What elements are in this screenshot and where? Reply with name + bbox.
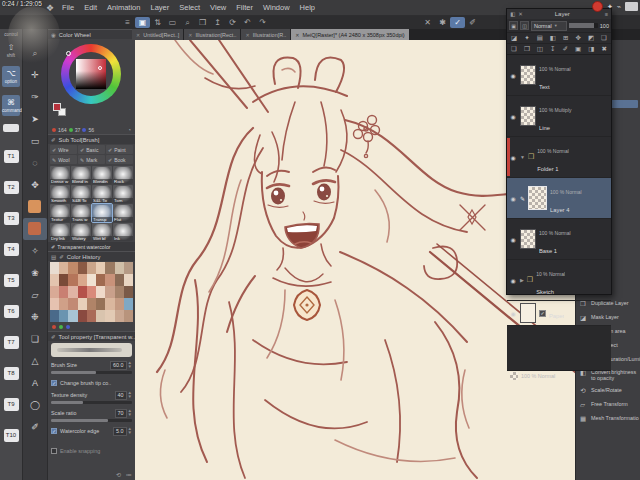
t-key[interactable]: T2 — [4, 181, 19, 194]
stepper-icon[interactable]: ▲▼ — [128, 427, 132, 436]
color-swatch[interactable] — [124, 262, 133, 274]
color-swatch[interactable] — [124, 286, 133, 298]
sub-tool-group-tab[interactable]: ✐ Paint — [106, 145, 133, 154]
color-swatch[interactable] — [78, 310, 87, 322]
brush-cell[interactable]: Smooth — [50, 185, 70, 203]
color-swatch[interactable] — [105, 286, 114, 298]
tool-button[interactable]: ▱ — [23, 284, 47, 306]
color-swatch[interactable] — [78, 274, 87, 286]
chevron-right-icon[interactable]: ▶ — [520, 277, 524, 283]
key-command[interactable]: ⌘ command — [2, 95, 20, 116]
layer-row[interactable]: ◉ 100 % Multiply Line — [507, 96, 611, 137]
t-key[interactable]: T6 — [4, 305, 19, 318]
color-swatch[interactable] — [96, 286, 105, 298]
color-swatch[interactable] — [115, 286, 124, 298]
color-history-header[interactable]: ▤ ✐ Color History — [48, 251, 135, 261]
color-swatch[interactable] — [96, 310, 105, 322]
main-menu-icon[interactable]: ≡ — [120, 17, 135, 28]
color-swatch[interactable] — [50, 262, 59, 274]
color-swatch[interactable] — [96, 262, 105, 274]
chevron-down-icon[interactable]: ▼ — [520, 154, 525, 160]
new-folder-icon[interactable]: ❒ — [524, 45, 530, 53]
layer-thumbnail[interactable] — [520, 229, 536, 249]
canvas-tab[interactable]: ✕ Illustration[R.. — [241, 29, 290, 40]
pen-settings-icon[interactable]: ✐ — [465, 17, 480, 28]
layer-row[interactable]: ◉ 100 % Normal Text — [507, 55, 611, 96]
clear-icon[interactable]: ✕ — [420, 17, 435, 28]
menu-help[interactable]: Help — [300, 3, 315, 12]
enable-snapping-row[interactable]: Enable snapping — [48, 445, 135, 457]
palette-icon[interactable]: ▣ — [509, 21, 518, 30]
sub-tool-group-tab[interactable]: ✐ Wire — [50, 145, 77, 154]
color-swatch[interactable] — [59, 310, 68, 322]
menu-filter[interactable]: Filter — [236, 3, 253, 12]
duplicate-icon[interactable]: ◫ — [537, 45, 543, 53]
color-swatch[interactable] — [78, 262, 87, 274]
export-icon[interactable]: ↥ — [210, 17, 225, 28]
tool-button[interactable]: ➤ — [23, 108, 47, 130]
brush-cell[interactable]: Trans w — [71, 204, 91, 222]
tool-button[interactable]: ❏ — [23, 328, 47, 350]
tool-button[interactable]: ◯ — [23, 394, 47, 416]
color-swatch[interactable] — [59, 286, 68, 298]
foreground-color-chip[interactable] — [53, 103, 61, 111]
stepper-icon[interactable]: ▲▼ — [128, 409, 132, 418]
color-swatch[interactable] — [124, 298, 133, 310]
blend-mode-select[interactable]: Normal ▼ — [531, 21, 567, 31]
tool-button[interactable]: ✥ — [23, 174, 47, 196]
layer-row[interactable]: ◉ 100 % Normal Base 1 — [507, 219, 611, 260]
stepper-icon[interactable]: ▲▼ — [128, 361, 132, 370]
layer-row[interactable]: ◉ ✓ Paper — [507, 301, 611, 326]
color-swatch[interactable] — [50, 286, 59, 298]
close-icon[interactable]: ✕ — [188, 32, 192, 38]
texture-density-slider[interactable] — [51, 401, 132, 404]
opacity-slider[interactable] — [569, 23, 598, 28]
border-icon[interactable]: ◧ — [550, 34, 556, 42]
tone-icon[interactable]: ▤ — [537, 34, 543, 42]
sub-tool-header[interactable]: ✐ Sub Tool[Brush] — [48, 134, 135, 144]
grid-icon[interactable]: ⊞ — [563, 34, 568, 42]
close-icon[interactable]: ✕ — [295, 32, 299, 38]
brush-size-slider[interactable] — [51, 371, 132, 374]
t-key[interactable]: T5 — [4, 274, 19, 287]
color-swatch[interactable] — [68, 310, 77, 322]
settings-icon[interactable]: ≔ — [126, 471, 132, 478]
color-wheel[interactable] — [48, 39, 135, 125]
color-swatch[interactable] — [87, 274, 96, 286]
menu-window[interactable]: Window — [263, 3, 290, 12]
eye-icon[interactable]: ◉ — [509, 277, 517, 284]
edit-icon[interactable]: ✐ — [563, 45, 568, 53]
t-key[interactable]: T4 — [4, 243, 19, 256]
checkbox-checked-icon[interactable]: ✓ — [51, 380, 57, 386]
tool-button[interactable]: ✧ — [23, 240, 47, 262]
close-icon[interactable]: ✕ — [245, 32, 249, 38]
layer-thumbnail[interactable] — [520, 303, 536, 323]
opacity-value[interactable]: 100 — [600, 23, 609, 29]
sub-tool-group-tab[interactable]: ✎ Wool — [50, 155, 77, 164]
texture-density-value[interactable]: 40 — [115, 391, 127, 400]
layer-thumbnail[interactable] — [520, 106, 536, 126]
tool-button[interactable]: ✐ — [23, 416, 47, 438]
merge-down-icon[interactable]: ↧ — [550, 45, 555, 53]
brush-size-value[interactable]: 60.0 — [110, 361, 127, 370]
check-mode-icon[interactable]: ✓ — [450, 17, 465, 28]
color-swatch[interactable] — [96, 274, 105, 286]
color-swatch[interactable] — [50, 274, 59, 286]
color-swatch[interactable] — [115, 274, 124, 286]
tool-button[interactable]: ◌ — [23, 152, 47, 174]
combine-icon[interactable]: ◨ — [588, 45, 594, 53]
sub-tool-group-tab[interactable]: ✐ Book — [106, 155, 133, 164]
checkbox-checked-icon[interactable]: ✓ — [51, 428, 57, 434]
color-swatch[interactable] — [115, 298, 124, 310]
tool-button[interactable]: ✑ — [23, 86, 47, 108]
brush-cell[interactable]: Wet bl — [92, 223, 112, 241]
color-swatch[interactable] — [105, 274, 114, 286]
sub-tool-group-tab[interactable]: ✐ Basic — [78, 145, 105, 154]
layer-folder-row[interactable]: ◉ ▶ ❒ 10 % Normal Sketch — [507, 260, 611, 301]
menu-view[interactable]: View — [210, 3, 226, 12]
sv-marker[interactable] — [98, 66, 102, 70]
color-swatch[interactable] — [78, 286, 87, 298]
canvas-tab[interactable]: ✕ Untitled[Rect..] — [132, 29, 183, 40]
t-key[interactable]: T3 — [4, 212, 19, 225]
brush-cell[interactable]: Dry Ink — [50, 223, 70, 241]
